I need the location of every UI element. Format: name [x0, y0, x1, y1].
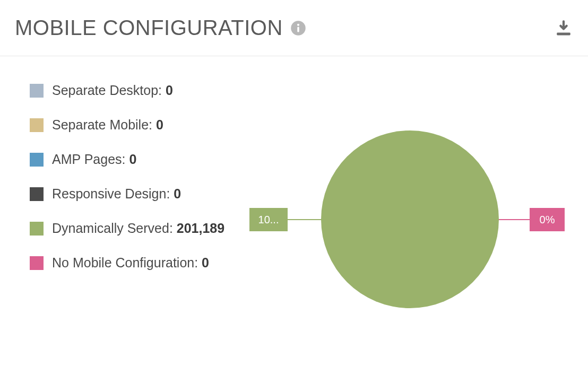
- callout-box: 0%: [530, 208, 565, 231]
- legend: Separate Desktop: 0 Separate Mobile: 0 A…: [0, 77, 249, 353]
- pie-slice-dynamically-served[interactable]: [321, 130, 499, 308]
- legend-item-no-mobile-config[interactable]: No Mobile Configuration: 0: [30, 255, 249, 271]
- legend-text: Dynamically Served: 201,189: [52, 221, 224, 236]
- swatch: [30, 222, 44, 236]
- pie-callout-right: 0%: [499, 208, 565, 231]
- download-icon[interactable]: [554, 19, 573, 38]
- legend-value: 0: [202, 255, 209, 270]
- callout-box: 10...: [249, 208, 288, 231]
- svg-rect-1: [297, 27, 299, 32]
- legend-value: 0: [166, 83, 173, 98]
- legend-value: 0: [129, 152, 136, 167]
- callout-line: [499, 219, 530, 220]
- legend-label: Separate Mobile:: [52, 117, 156, 132]
- legend-item-separate-desktop[interactable]: Separate Desktop: 0: [30, 83, 249, 98]
- legend-text: AMP Pages: 0: [52, 152, 136, 167]
- legend-item-responsive-design[interactable]: Responsive Design: 0: [30, 186, 249, 202]
- swatch: [30, 187, 44, 201]
- legend-text: No Mobile Configuration: 0: [52, 255, 209, 271]
- legend-item-dynamically-served[interactable]: Dynamically Served: 201,189: [30, 221, 249, 236]
- legend-text: Separate Desktop: 0: [52, 83, 173, 98]
- svg-point-2: [297, 23, 299, 25]
- legend-label: Responsive Design:: [52, 186, 174, 201]
- legend-label: AMP Pages:: [52, 152, 129, 167]
- legend-label: Separate Desktop:: [52, 83, 166, 98]
- legend-item-amp-pages[interactable]: AMP Pages: 0: [30, 152, 249, 167]
- info-icon[interactable]: [290, 20, 306, 36]
- swatch: [30, 84, 44, 98]
- swatch: [30, 118, 44, 132]
- callout-line: [288, 219, 321, 220]
- legend-value: 0: [174, 186, 181, 201]
- legend-item-separate-mobile[interactable]: Separate Mobile: 0: [30, 117, 249, 133]
- body: Separate Desktop: 0 Separate Mobile: 0 A…: [0, 56, 588, 353]
- swatch: [30, 153, 44, 167]
- legend-label: No Mobile Configuration:: [52, 255, 202, 270]
- swatch: [30, 256, 44, 270]
- svg-rect-3: [557, 32, 570, 35]
- pie-callout-left: 10...: [249, 208, 321, 231]
- legend-value: 0: [156, 117, 163, 132]
- legend-text: Responsive Design: 0: [52, 186, 181, 202]
- title-wrap: MOBILE CONFIGURATION: [15, 16, 306, 40]
- legend-value: 201,189: [177, 221, 224, 236]
- legend-label: Dynamically Served:: [52, 221, 177, 236]
- page-title: MOBILE CONFIGURATION: [15, 16, 283, 40]
- header: MOBILE CONFIGURATION: [0, 0, 588, 56]
- legend-text: Separate Mobile: 0: [52, 117, 163, 133]
- pie-chart: 10... 0%: [249, 77, 588, 353]
